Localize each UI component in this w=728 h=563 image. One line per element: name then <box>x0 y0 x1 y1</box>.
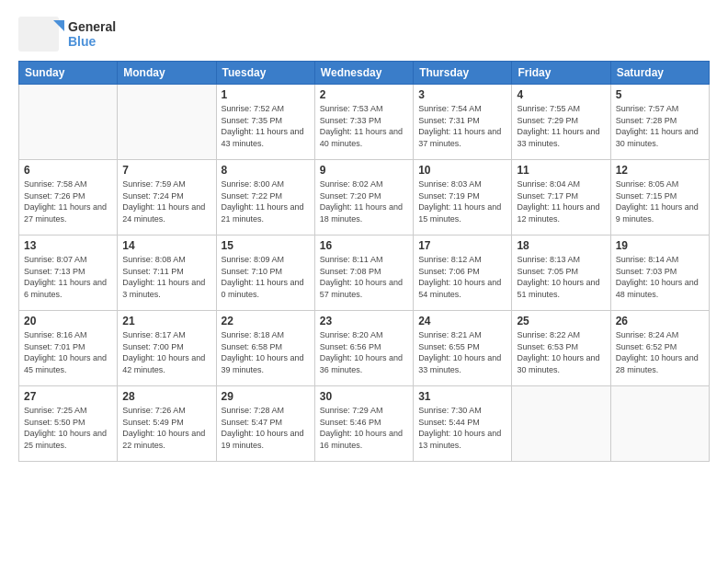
calendar-cell: 19Sunrise: 8:14 AMSunset: 7:03 PMDayligh… <box>610 236 709 311</box>
calendar-cell: 9Sunrise: 8:02 AMSunset: 7:20 PMDaylight… <box>314 160 413 236</box>
day-info: Sunrise: 8:07 AMSunset: 7:13 PMDaylight:… <box>24 254 112 300</box>
day-number: 15 <box>222 239 310 252</box>
day-info: Sunrise: 8:12 AMSunset: 7:06 PMDaylight:… <box>418 254 506 300</box>
day-info: Sunrise: 8:17 AMSunset: 7:00 PMDaylight:… <box>122 329 210 375</box>
day-number: 28 <box>122 390 210 403</box>
logo: GeneralBlue <box>18 17 116 52</box>
day-info: Sunrise: 8:05 AMSunset: 7:15 PMDaylight:… <box>616 178 704 224</box>
day-number: 25 <box>517 315 605 327</box>
weekday-header-sunday: Sunday <box>19 62 118 85</box>
weekday-header-monday: Monday <box>118 62 216 85</box>
day-number: 31 <box>418 390 506 403</box>
day-info: Sunrise: 7:55 AMSunset: 7:29 PMDaylight:… <box>517 103 605 149</box>
day-info: Sunrise: 7:59 AMSunset: 7:24 PMDaylight:… <box>122 178 210 224</box>
day-number: 30 <box>320 390 408 403</box>
day-number: 16 <box>320 239 408 252</box>
calendar-cell <box>610 386 709 462</box>
day-info: Sunrise: 8:00 AMSunset: 7:22 PMDaylight:… <box>222 178 310 224</box>
calendar-cell: 18Sunrise: 8:13 AMSunset: 7:05 PMDayligh… <box>512 236 610 311</box>
calendar-week-row: 13Sunrise: 8:07 AMSunset: 7:13 PMDayligh… <box>19 236 710 311</box>
weekday-header-thursday: Thursday <box>414 62 512 85</box>
calendar-week-row: 6Sunrise: 7:58 AMSunset: 7:26 PMDaylight… <box>19 160 710 236</box>
calendar-cell: 15Sunrise: 8:09 AMSunset: 7:10 PMDayligh… <box>216 236 314 311</box>
svg-rect-0 <box>18 17 59 52</box>
calendar-cell: 28Sunrise: 7:26 AMSunset: 5:49 PMDayligh… <box>118 386 216 462</box>
calendar-cell: 21Sunrise: 8:17 AMSunset: 7:00 PMDayligh… <box>118 311 216 386</box>
day-number: 9 <box>320 164 408 177</box>
day-info: Sunrise: 8:02 AMSunset: 7:20 PMDaylight:… <box>320 178 408 224</box>
calendar-cell: 22Sunrise: 8:18 AMSunset: 6:58 PMDayligh… <box>216 311 314 386</box>
day-info: Sunrise: 7:26 AMSunset: 5:49 PMDaylight:… <box>122 405 210 451</box>
calendar-cell: 8Sunrise: 8:00 AMSunset: 7:22 PMDaylight… <box>216 160 314 236</box>
day-number: 11 <box>517 164 605 177</box>
day-info: Sunrise: 8:11 AMSunset: 7:08 PMDaylight:… <box>320 254 408 300</box>
day-number: 12 <box>616 164 704 177</box>
day-number: 18 <box>517 239 605 252</box>
day-info: Sunrise: 8:16 AMSunset: 7:01 PMDaylight:… <box>24 329 112 375</box>
day-info: Sunrise: 8:22 AMSunset: 6:53 PMDaylight:… <box>517 329 605 375</box>
calendar-week-row: 20Sunrise: 8:16 AMSunset: 7:01 PMDayligh… <box>19 311 710 386</box>
calendar-cell: 1Sunrise: 7:52 AMSunset: 7:35 PMDaylight… <box>216 85 314 160</box>
day-number: 22 <box>222 315 310 327</box>
logo-svg <box>18 17 64 52</box>
calendar-cell: 29Sunrise: 7:28 AMSunset: 5:47 PMDayligh… <box>216 386 314 462</box>
day-number: 17 <box>418 239 506 252</box>
day-info: Sunrise: 7:30 AMSunset: 5:44 PMDaylight:… <box>418 405 506 451</box>
day-number: 8 <box>222 164 310 177</box>
day-number: 27 <box>24 390 112 403</box>
calendar-cell: 11Sunrise: 8:04 AMSunset: 7:17 PMDayligh… <box>512 160 610 236</box>
calendar-week-row: 27Sunrise: 7:25 AMSunset: 5:50 PMDayligh… <box>19 386 710 462</box>
day-number: 26 <box>616 315 704 327</box>
day-info: Sunrise: 8:04 AMSunset: 7:17 PMDaylight:… <box>517 178 605 224</box>
day-info: Sunrise: 7:28 AMSunset: 5:47 PMDaylight:… <box>222 405 310 451</box>
calendar-header-row: SundayMondayTuesdayWednesdayThursdayFrid… <box>19 62 710 85</box>
calendar-cell: 30Sunrise: 7:29 AMSunset: 5:46 PMDayligh… <box>314 386 413 462</box>
day-number: 19 <box>616 239 704 252</box>
calendar-cell: 26Sunrise: 8:24 AMSunset: 6:52 PMDayligh… <box>610 311 709 386</box>
calendar-cell: 7Sunrise: 7:59 AMSunset: 7:24 PMDaylight… <box>118 160 216 236</box>
calendar-cell <box>512 386 610 462</box>
day-info: Sunrise: 8:13 AMSunset: 7:05 PMDaylight:… <box>517 254 605 300</box>
calendar-cell: 3Sunrise: 7:54 AMSunset: 7:31 PMDaylight… <box>414 85 512 160</box>
day-number: 23 <box>320 315 408 327</box>
day-number: 21 <box>122 315 210 327</box>
calendar-cell: 12Sunrise: 8:05 AMSunset: 7:15 PMDayligh… <box>610 160 709 236</box>
calendar-cell: 20Sunrise: 8:16 AMSunset: 7:01 PMDayligh… <box>19 311 118 386</box>
header: GeneralBlue <box>18 17 710 52</box>
day-info: Sunrise: 7:29 AMSunset: 5:46 PMDaylight:… <box>320 405 408 451</box>
calendar-cell: 25Sunrise: 8:22 AMSunset: 6:53 PMDayligh… <box>512 311 610 386</box>
calendar-cell: 17Sunrise: 8:12 AMSunset: 7:06 PMDayligh… <box>414 236 512 311</box>
calendar-cell: 16Sunrise: 8:11 AMSunset: 7:08 PMDayligh… <box>314 236 413 311</box>
logo-blue: Blue <box>68 34 116 49</box>
day-number: 6 <box>24 164 112 177</box>
day-number: 4 <box>517 88 605 101</box>
day-number: 24 <box>418 315 506 327</box>
day-number: 13 <box>24 239 112 252</box>
day-info: Sunrise: 8:08 AMSunset: 7:11 PMDaylight:… <box>122 254 210 300</box>
calendar-cell: 2Sunrise: 7:53 AMSunset: 7:33 PMDaylight… <box>314 85 413 160</box>
calendar-body: 1Sunrise: 7:52 AMSunset: 7:35 PMDaylight… <box>19 85 710 462</box>
calendar-cell: 24Sunrise: 8:21 AMSunset: 6:55 PMDayligh… <box>414 311 512 386</box>
day-info: Sunrise: 8:24 AMSunset: 6:52 PMDaylight:… <box>616 329 704 375</box>
calendar-cell: 23Sunrise: 8:20 AMSunset: 6:56 PMDayligh… <box>314 311 413 386</box>
day-info: Sunrise: 7:52 AMSunset: 7:35 PMDaylight:… <box>222 103 310 149</box>
calendar-cell <box>118 85 216 160</box>
calendar-cell <box>19 85 118 160</box>
day-info: Sunrise: 8:21 AMSunset: 6:55 PMDaylight:… <box>418 329 506 375</box>
weekday-header-friday: Friday <box>512 62 610 85</box>
day-info: Sunrise: 8:09 AMSunset: 7:10 PMDaylight:… <box>222 254 310 300</box>
day-info: Sunrise: 8:03 AMSunset: 7:19 PMDaylight:… <box>418 178 506 224</box>
calendar-cell: 4Sunrise: 7:55 AMSunset: 7:29 PMDaylight… <box>512 85 610 160</box>
day-info: Sunrise: 7:57 AMSunset: 7:28 PMDaylight:… <box>616 103 704 149</box>
weekday-header-tuesday: Tuesday <box>216 62 314 85</box>
day-info: Sunrise: 7:25 AMSunset: 5:50 PMDaylight:… <box>24 405 112 451</box>
day-number: 14 <box>122 239 210 252</box>
day-number: 10 <box>418 164 506 177</box>
calendar-cell: 10Sunrise: 8:03 AMSunset: 7:19 PMDayligh… <box>414 160 512 236</box>
day-number: 3 <box>418 88 506 101</box>
day-number: 29 <box>222 390 310 403</box>
logo-general: General <box>68 19 116 34</box>
weekday-header-saturday: Saturday <box>610 62 709 85</box>
calendar-table: SundayMondayTuesdayWednesdayThursdayFrid… <box>18 61 710 462</box>
page: GeneralBlue SundayMondayTuesdayWednesday… <box>0 0 728 563</box>
